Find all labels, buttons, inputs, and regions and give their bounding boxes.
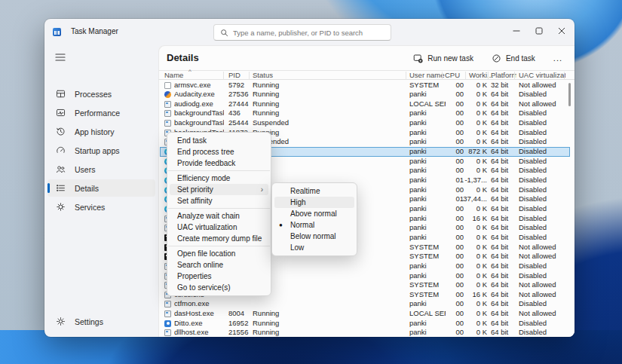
table-row[interactable]: Audacity.exe27536Runningpanki000 K64 bit…	[160, 90, 570, 99]
cell-uac: Disabled	[519, 319, 565, 329]
cell-platform: 64 bit	[491, 128, 516, 138]
desktop: Task Manager ProcessesPerformanceApp hi	[0, 0, 622, 364]
cell-mem: 0 K	[460, 118, 487, 128]
search-input[interactable]	[233, 29, 385, 37]
vertical-scrollbar[interactable]	[568, 70, 571, 334]
cell-uac: Disabled	[519, 204, 565, 214]
column-header-platform[interactable]: Platform	[491, 71, 516, 80]
column-header-name[interactable]: Name	[164, 71, 225, 80]
column-header-status[interactable]: Status	[253, 71, 305, 80]
cell-uac: Disabled	[519, 109, 565, 118]
sidebar-item-label: Processes	[75, 90, 112, 99]
cell-pid: 5792	[228, 81, 250, 90]
menu-item-end-task[interactable]: End task	[170, 135, 268, 146]
cell-mem: 0 K	[460, 252, 487, 262]
hamburger-menu-icon[interactable]	[51, 49, 70, 66]
run-new-task-button[interactable]: Run new task	[410, 51, 476, 66]
menu-item-label: End task	[177, 136, 207, 145]
cell-name: audiodg.exe	[174, 99, 224, 109]
window-icon	[164, 301, 171, 307]
menu-item-open-file-location[interactable]: Open file location	[170, 248, 268, 259]
menu-separator	[168, 170, 270, 171]
cell-mem: 0 K	[460, 262, 487, 271]
end-task-button[interactable]: End task	[489, 51, 538, 66]
window-icon	[164, 101, 171, 108]
menu-item-end-process-tree[interactable]: End process tree	[170, 146, 268, 158]
menu-item-provide-feedback[interactable]: Provide feedback	[170, 158, 268, 169]
cell-uac: Disabled	[519, 328, 565, 337]
cell-mem: 0 K	[460, 90, 487, 99]
menu-item-set-priority[interactable]: Set priority›	[170, 184, 268, 195]
context-menu: End taskEnd process treeProvide feedback…	[167, 132, 271, 296]
priority-option-realtime[interactable]: Realtime	[274, 185, 354, 197]
menu-item-uac-virtualization[interactable]: UAC virtualization	[170, 222, 268, 233]
table-row[interactable]: dasHost.exe8004RunningLOCAL SER...000 K6…	[160, 309, 570, 319]
cell-user: panki	[409, 185, 446, 195]
cell-pid: 436	[228, 109, 250, 118]
column-header-cpu[interactable]: CPU	[445, 71, 464, 80]
priority-option-high[interactable]: High	[274, 197, 354, 208]
cell-user: panki	[409, 194, 446, 204]
selected-radio-icon: ●	[279, 222, 283, 228]
priority-option-label: Above normal	[290, 210, 337, 218]
menu-item-properties[interactable]: Properties	[170, 271, 268, 282]
column-divider	[223, 72, 224, 80]
table-row[interactable]: ctfmon.exepanki000 K64 bitDisabled	[160, 299, 570, 309]
table-row[interactable]: Ditto.exe16952Runningpanki000 K64 bitDis…	[160, 319, 570, 329]
sidebar-item-startup-apps[interactable]: Startup apps	[47, 142, 155, 159]
maximize-button[interactable]	[528, 22, 550, 40]
cell-platform: 64 bit	[491, 176, 516, 185]
menu-item-analyze-wait-chain[interactable]: Analyze wait chain	[170, 210, 268, 222]
cell-pid: 21556	[228, 328, 250, 337]
more-options-button[interactable]: ...	[550, 52, 565, 64]
sidebar-item-label: Users	[75, 165, 95, 174]
column-header-uac[interactable]: UAC virtualizati...	[519, 71, 565, 80]
sidebar-item-settings[interactable]: Settings	[47, 313, 155, 330]
priority-option-low[interactable]: Low	[274, 242, 354, 253]
priority-option-normal[interactable]: ●Normal	[274, 219, 354, 231]
sidebar-item-processes[interactable]: Processes	[47, 85, 155, 102]
menu-item-go-to-service-s-[interactable]: Go to service(s)	[170, 282, 268, 293]
table-row[interactable]: dllhost.exe21556Runningpanki000 K64 bitD…	[160, 328, 570, 337]
cell-platform: 64 bit	[491, 290, 516, 300]
app-history-icon	[56, 127, 66, 137]
menu-item-search-online[interactable]: Search online	[170, 259, 268, 271]
column-divider	[249, 72, 250, 80]
table-row[interactable]: armsvc.exe5792RunningSYSTEM000 K32 bitNo…	[160, 81, 570, 90]
cell-uac: Not allowed	[519, 99, 565, 109]
services-icon	[56, 202, 66, 213]
column-divider	[488, 72, 489, 80]
table-row[interactable]: audiodg.exe27444RunningLOCAL SER...000 K…	[160, 99, 570, 109]
users-icon	[56, 164, 66, 175]
cell-mem: 37,44...	[460, 194, 487, 204]
table-row[interactable]: backgroundTaskHost...436Runningpanki000 …	[160, 109, 570, 118]
sidebar-item-services[interactable]: Services	[47, 198, 155, 216]
priority-option-below-normal[interactable]: Below normal	[274, 231, 354, 242]
search-box[interactable]	[213, 24, 391, 41]
menu-item-efficiency-mode[interactable]: Efficiency mode	[170, 173, 268, 184]
cell-user: panki	[409, 204, 446, 214]
minimize-button[interactable]	[505, 22, 528, 40]
column-header-pid[interactable]: PID	[228, 71, 250, 80]
menu-item-label: Properties	[177, 272, 212, 280]
sidebar-item-performance[interactable]: Performance	[47, 104, 155, 121]
menu-item-set-affinity[interactable]: Set affinity	[170, 195, 268, 206]
priority-option-above-normal[interactable]: Above normal	[274, 208, 354, 219]
menu-item-label: Set affinity	[177, 197, 213, 205]
cell-mem: 0 K	[460, 166, 487, 176]
sidebar-item-details[interactable]: Details	[47, 179, 155, 197]
table-row[interactable]: backgroundTaskHost...25444Suspendedpanki…	[160, 118, 570, 128]
menu-item-create-memory-dump-file[interactable]: Create memory dump file	[170, 233, 268, 244]
sidebar-item-users[interactable]: Users	[47, 161, 155, 178]
cell-platform: 64 bit	[491, 271, 516, 281]
cell-mem: 0 K	[460, 204, 487, 214]
cell-user: SYSTEM	[409, 81, 446, 90]
column-header-user[interactable]: User name	[409, 71, 446, 80]
scrollbar-thumb[interactable]	[568, 83, 571, 106]
cell-platform: 64 bit	[491, 280, 516, 290]
window-title: Task Manager	[71, 27, 118, 35]
sidebar-item-app-history[interactable]: App history	[47, 123, 155, 140]
close-button[interactable]	[550, 22, 573, 40]
cell-mem: 0 K	[460, 99, 487, 109]
cell-uac: Disabled	[519, 90, 565, 99]
